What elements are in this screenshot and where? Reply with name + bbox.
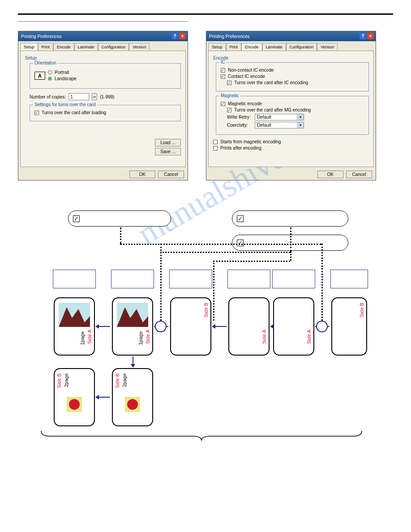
side-b-label: Side B	[203, 303, 209, 317]
turns-loading-label: Turns over the card after loading	[42, 110, 106, 115]
stagebox-1	[53, 270, 96, 288]
side-b-label: Side B	[359, 303, 364, 317]
turns-ic-label: Turns over the card after IC encoding	[234, 80, 308, 85]
noncontact-checkbox[interactable]: ✓	[221, 68, 225, 73]
tab-print[interactable]: Print	[38, 43, 54, 51]
titlebar: Printing Preferences ? ×	[206, 31, 376, 41]
orientation-preview-icon: A	[34, 72, 45, 80]
coercivity-select[interactable]: Default	[255, 122, 304, 129]
page1-label: 1page	[80, 331, 85, 345]
portrait-label: Portrait	[55, 70, 69, 75]
turns-ic-checkbox[interactable]: ✓	[227, 81, 231, 85]
footer: OK Cancel	[206, 169, 376, 180]
turns-group-label: Settings for turns over the card	[33, 102, 97, 107]
pill-r2-checkbox[interactable]: ✓	[237, 240, 244, 246]
portrait-radio[interactable]	[48, 70, 52, 74]
stagebox-4	[227, 270, 270, 288]
ok-button[interactable]: OK	[317, 171, 343, 178]
dialogs-row: Printing Preferences ? × Setup Print Enc…	[18, 31, 393, 180]
arrow-3	[213, 326, 227, 327]
title-text: Printing Preferences	[209, 34, 250, 39]
mag-encode-label: Magnetic encode	[228, 101, 262, 106]
write-retry-select[interactable]: Default	[255, 114, 304, 120]
card-side-b-empty: Side B	[170, 297, 211, 356]
dash-r1b	[160, 252, 290, 253]
stagebox-6	[330, 270, 368, 288]
footer: OK Cancel	[18, 169, 188, 180]
ic-group-label: IC	[219, 60, 227, 64]
prints-after-checkbox[interactable]	[213, 146, 218, 150]
card-side-b-last: Side B	[331, 297, 367, 356]
help-button[interactable]: ?	[171, 33, 178, 39]
encode-group-label: Encode	[213, 56, 369, 60]
arrow-bottom	[97, 397, 110, 398]
card-print-b-1: Side B 2page	[54, 368, 95, 426]
tab-version[interactable]: Version	[317, 43, 338, 51]
tab-setup[interactable]: Setup	[208, 43, 226, 51]
landscape-radio[interactable]	[48, 77, 52, 81]
card-print-b-2: Side B 2page	[112, 368, 153, 426]
tab-version[interactable]: Version	[129, 43, 150, 51]
page-sub-rule	[18, 21, 188, 22]
tab-configuration[interactable]: Configuration	[286, 43, 317, 51]
ring-1	[155, 321, 167, 332]
load-button[interactable]: Load ...	[155, 139, 181, 146]
tab-laminate[interactable]: Laminate	[74, 43, 98, 51]
cancel-button[interactable]: Cancel	[346, 171, 372, 178]
side-a-label: Side A	[261, 330, 267, 344]
write-retry-label: Write Retry:	[227, 115, 252, 120]
pill-left: ✓	[68, 210, 171, 227]
copies-input[interactable]: 1	[68, 93, 89, 100]
pill-r1-checkbox[interactable]: ✓	[237, 215, 244, 222]
titlebar: Printing Preferences ? ×	[18, 31, 188, 41]
cancel-button[interactable]: Cancel	[158, 171, 184, 178]
tab-laminate[interactable]: Laminate	[262, 43, 286, 51]
tab-encode[interactable]: Encode	[53, 43, 74, 51]
stagebox-2	[111, 270, 154, 288]
arrow-4	[271, 326, 273, 327]
page2-label: 2page	[122, 373, 127, 387]
tab-setup[interactable]: Setup	[20, 43, 38, 51]
card-side-a-empty: Side A	[228, 297, 270, 356]
ok-button[interactable]: OK	[129, 171, 155, 178]
noncontact-label: Non-contact IC encode	[228, 68, 274, 73]
title-text: Printing Preferences	[21, 34, 62, 39]
tab-encode[interactable]: Encode	[241, 43, 262, 51]
landscape-label: Landscape	[55, 76, 77, 81]
close-button[interactable]: ×	[367, 33, 374, 39]
arrow-down	[133, 356, 133, 366]
dialog-setup: Printing Preferences ? × Setup Print Enc…	[18, 31, 188, 180]
starts-mag-label: Starts from magnetic encoding	[220, 139, 281, 144]
pill-left-checkbox[interactable]: ✓	[73, 215, 80, 222]
stagebox-3	[169, 270, 212, 288]
close-button[interactable]: ×	[179, 33, 186, 39]
tab-print[interactable]: Print	[226, 43, 242, 51]
contact-checkbox[interactable]: ✓	[221, 74, 225, 79]
side-b-label: Side B	[115, 373, 120, 388]
tab-configuration[interactable]: Configuration	[98, 43, 129, 51]
page-top-rule	[18, 13, 393, 15]
side-a-label: Side A	[306, 330, 312, 344]
copies-range: (1-999)	[100, 94, 114, 99]
dash-l3	[321, 244, 323, 321]
panel-setup: Setup Orientation A Portrait Landscape N…	[20, 51, 186, 167]
dash-r2a	[290, 252, 291, 261]
side-b-label: Side B	[56, 373, 62, 388]
side-a-label: Side A	[145, 330, 150, 344]
starts-mag-checkbox[interactable]	[213, 140, 218, 144]
coercivity-label: Coercivity:	[227, 123, 252, 128]
group-setup-label: Setup	[25, 56, 181, 60]
card-side-a-empty-2: Side A	[273, 297, 314, 356]
dash-r2c	[213, 261, 214, 321]
copies-spinner[interactable]: ▴▾	[92, 93, 97, 100]
turns-mg-checkbox[interactable]: ✓	[227, 108, 231, 112]
mag-encode-checkbox[interactable]: ✓	[221, 102, 225, 106]
copies-label: Number of copies:	[30, 94, 66, 99]
contact-label: Contact IC encode	[228, 74, 265, 79]
turns-mg-label: Turns over the card after MG encoding	[234, 107, 311, 112]
tabbar: Setup Print Encode Laminate Configuratio…	[206, 41, 376, 51]
panel-encode: Encode IC ✓Non-contact IC encode ✓Contac…	[208, 51, 374, 167]
save-button[interactable]: Save ...	[155, 148, 181, 155]
help-button[interactable]: ?	[360, 33, 366, 39]
turns-loading-checkbox[interactable]: ✓	[34, 111, 39, 115]
